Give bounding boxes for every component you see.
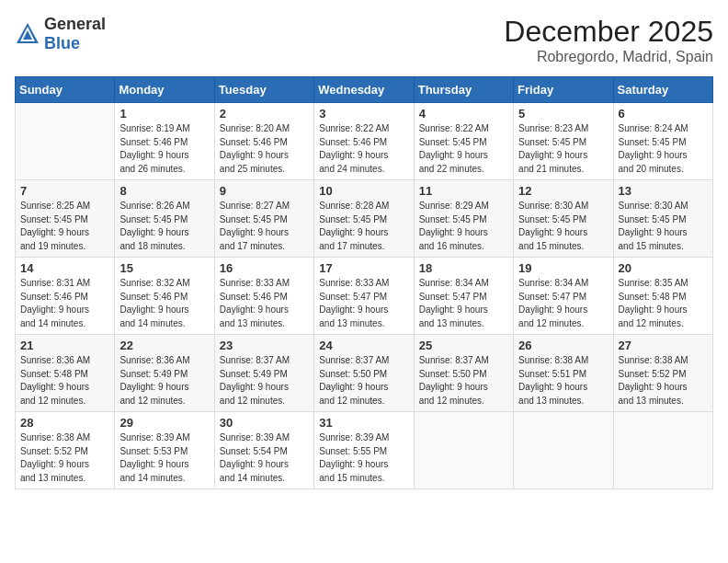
calendar-cell: 10Sunrise: 8:28 AM Sunset: 5:45 PM Dayli… [314,180,414,258]
calendar-cell: 20Sunrise: 8:35 AM Sunset: 5:48 PM Dayli… [613,258,712,335]
calendar-cell: 2Sunrise: 8:20 AM Sunset: 5:46 PM Daylig… [214,103,313,180]
calendar-cell: 24Sunrise: 8:37 AM Sunset: 5:50 PM Dayli… [314,335,414,412]
day-info: Sunrise: 8:34 AM Sunset: 5:47 PM Dayligh… [518,277,608,330]
day-info: Sunrise: 8:39 AM Sunset: 5:53 PM Dayligh… [119,431,209,485]
day-info: Sunrise: 8:23 AM Sunset: 5:45 PM Dayligh… [518,122,608,176]
day-number: 27 [619,339,708,352]
calendar-cell: 15Sunrise: 8:32 AM Sunset: 5:46 PM Dayli… [115,258,214,335]
day-info: Sunrise: 8:24 AM Sunset: 5:45 PM Dayligh… [619,122,708,176]
calendar-cell: 18Sunrise: 8:34 AM Sunset: 5:47 PM Dayli… [414,258,513,335]
day-number: 23 [220,339,309,352]
day-number: 4 [419,107,508,121]
day-info: Sunrise: 8:30 AM Sunset: 5:45 PM Dayligh… [619,200,708,253]
day-number: 14 [20,261,109,275]
day-info: Sunrise: 8:35 AM Sunset: 5:48 PM Dayligh… [619,277,708,330]
day-number: 6 [619,107,708,121]
page-header: General Blue December 2025 Robregordo, M… [15,15,713,65]
calendar-cell: 17Sunrise: 8:33 AM Sunset: 5:47 PM Dayli… [314,258,414,335]
calendar-cell: 8Sunrise: 8:26 AM Sunset: 5:45 PM Daylig… [115,180,214,258]
day-info: Sunrise: 8:37 AM Sunset: 5:50 PM Dayligh… [419,354,508,408]
logo-text: General Blue [44,15,106,53]
calendar-header-wednesday: Wednesday [314,77,414,103]
day-info: Sunrise: 8:38 AM Sunset: 5:52 PM Dayligh… [20,431,109,485]
day-number: 19 [518,261,608,275]
calendar-header-sunday: Sunday [16,77,115,103]
day-info: Sunrise: 8:20 AM Sunset: 5:46 PM Dayligh… [220,122,309,176]
day-info: Sunrise: 8:25 AM Sunset: 5:45 PM Dayligh… [20,200,109,253]
title-block: December 2025 Robregordo, Madrid, Spain [504,15,713,65]
location-title: Robregordo, Madrid, Spain [504,49,713,65]
calendar-cell [414,412,513,489]
day-number: 21 [20,339,109,352]
day-number: 3 [319,107,408,121]
logo: General Blue [15,15,106,53]
day-info: Sunrise: 8:38 AM Sunset: 5:52 PM Dayligh… [619,354,708,408]
calendar-week-row: 28Sunrise: 8:38 AM Sunset: 5:52 PM Dayli… [16,412,713,489]
day-info: Sunrise: 8:27 AM Sunset: 5:45 PM Dayligh… [220,200,309,253]
calendar-cell: 1Sunrise: 8:19 AM Sunset: 5:46 PM Daylig… [115,103,214,180]
calendar-cell [16,103,115,180]
day-info: Sunrise: 8:30 AM Sunset: 5:45 PM Dayligh… [518,200,608,253]
calendar-header-saturday: Saturday [613,77,712,103]
day-info: Sunrise: 8:26 AM Sunset: 5:45 PM Dayligh… [119,200,209,253]
calendar-cell: 26Sunrise: 8:38 AM Sunset: 5:51 PM Dayli… [514,335,613,412]
calendar-cell: 11Sunrise: 8:29 AM Sunset: 5:45 PM Dayli… [414,180,513,258]
day-info: Sunrise: 8:33 AM Sunset: 5:47 PM Dayligh… [319,277,408,330]
calendar-header-tuesday: Tuesday [214,77,313,103]
calendar-cell: 29Sunrise: 8:39 AM Sunset: 5:53 PM Dayli… [115,412,214,489]
calendar-cell: 23Sunrise: 8:37 AM Sunset: 5:49 PM Dayli… [214,335,313,412]
day-number: 25 [419,339,508,352]
calendar-cell: 7Sunrise: 8:25 AM Sunset: 5:45 PM Daylig… [16,180,115,258]
day-info: Sunrise: 8:39 AM Sunset: 5:55 PM Dayligh… [319,431,408,485]
day-info: Sunrise: 8:22 AM Sunset: 5:45 PM Dayligh… [419,122,508,176]
calendar-cell: 21Sunrise: 8:36 AM Sunset: 5:48 PM Dayli… [16,335,115,412]
calendar-cell: 14Sunrise: 8:31 AM Sunset: 5:46 PM Dayli… [16,258,115,335]
calendar-cell: 25Sunrise: 8:37 AM Sunset: 5:50 PM Dayli… [414,335,513,412]
day-info: Sunrise: 8:19 AM Sunset: 5:46 PM Dayligh… [119,122,209,176]
day-info: Sunrise: 8:37 AM Sunset: 5:50 PM Dayligh… [319,354,408,408]
day-info: Sunrise: 8:39 AM Sunset: 5:54 PM Dayligh… [220,431,309,485]
generalblue-icon [15,21,40,47]
calendar-cell: 4Sunrise: 8:22 AM Sunset: 5:45 PM Daylig… [414,103,513,180]
calendar-cell: 3Sunrise: 8:22 AM Sunset: 5:46 PM Daylig… [314,103,414,180]
day-number: 7 [20,184,109,198]
day-number: 5 [518,107,608,121]
calendar-week-row: 1Sunrise: 8:19 AM Sunset: 5:46 PM Daylig… [16,103,713,180]
day-number: 8 [119,184,209,198]
day-number: 29 [119,416,209,430]
calendar-cell [613,412,712,489]
calendar-cell: 31Sunrise: 8:39 AM Sunset: 5:55 PM Dayli… [314,412,414,489]
month-title: December 2025 [504,15,713,49]
logo-blue: Blue [44,34,80,52]
day-number: 17 [319,261,408,275]
day-info: Sunrise: 8:36 AM Sunset: 5:48 PM Dayligh… [20,354,109,408]
calendar-cell: 5Sunrise: 8:23 AM Sunset: 5:45 PM Daylig… [514,103,613,180]
calendar-cell: 30Sunrise: 8:39 AM Sunset: 5:54 PM Dayli… [214,412,313,489]
day-info: Sunrise: 8:34 AM Sunset: 5:47 PM Dayligh… [419,277,508,330]
day-info: Sunrise: 8:38 AM Sunset: 5:51 PM Dayligh… [518,354,608,408]
calendar-header-row: SundayMondayTuesdayWednesdayThursdayFrid… [16,77,713,103]
day-info: Sunrise: 8:33 AM Sunset: 5:46 PM Dayligh… [220,277,309,330]
calendar-week-row: 7Sunrise: 8:25 AM Sunset: 5:45 PM Daylig… [16,180,713,258]
calendar-header-thursday: Thursday [414,77,513,103]
calendar-cell: 13Sunrise: 8:30 AM Sunset: 5:45 PM Dayli… [613,180,712,258]
calendar-table: SundayMondayTuesdayWednesdayThursdayFrid… [15,76,713,489]
day-number: 28 [20,416,109,430]
day-number: 13 [619,184,708,198]
day-number: 12 [518,184,608,198]
calendar-cell: 16Sunrise: 8:33 AM Sunset: 5:46 PM Dayli… [214,258,313,335]
calendar-cell [514,412,613,489]
day-info: Sunrise: 8:32 AM Sunset: 5:46 PM Dayligh… [119,277,209,330]
calendar-cell: 12Sunrise: 8:30 AM Sunset: 5:45 PM Dayli… [514,180,613,258]
day-number: 11 [419,184,508,198]
logo-block: General Blue [15,15,106,53]
day-number: 9 [220,184,309,198]
day-info: Sunrise: 8:37 AM Sunset: 5:49 PM Dayligh… [220,354,309,408]
day-number: 24 [319,339,408,352]
logo-general: General [44,15,106,33]
calendar-cell: 22Sunrise: 8:36 AM Sunset: 5:49 PM Dayli… [115,335,214,412]
day-number: 30 [220,416,309,430]
calendar-cell: 28Sunrise: 8:38 AM Sunset: 5:52 PM Dayli… [16,412,115,489]
day-number: 22 [119,339,209,352]
day-number: 15 [119,261,209,275]
